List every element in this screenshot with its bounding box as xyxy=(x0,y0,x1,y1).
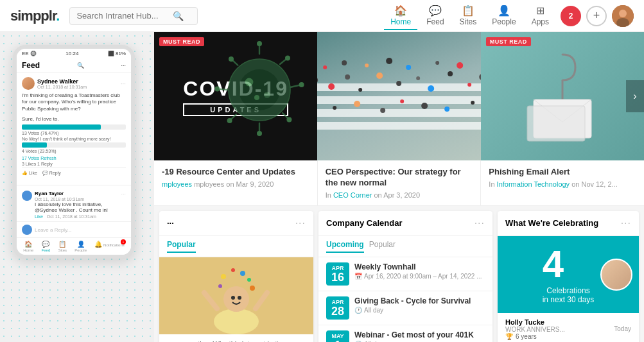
svg-point-34 xyxy=(416,76,420,80)
phone-feed-title: Feed xyxy=(22,61,40,70)
main-content: EE 🔘 10:24 ⬛ 81% Feed 🔍 ··· Sydnee Walke… xyxy=(0,32,644,342)
phone-like-action[interactable]: 👍 Like xyxy=(22,171,37,176)
poll-bar-2-bg xyxy=(22,142,126,148)
svg-rect-25 xyxy=(317,109,480,117)
phone-comment-actions: Like Oct 11, 2018 at 10:31am xyxy=(35,214,126,219)
phone-nav-feed[interactable]: 💬 Feed xyxy=(42,241,51,252)
svg-point-50 xyxy=(400,99,404,103)
hero-caption-1[interactable]: -19 Resource Center and Updates mployees… xyxy=(154,160,318,205)
phone-people-icon: 👤 xyxy=(77,241,85,248)
calendar-event-2[interactable]: APR 28 Giving Back - Cycle for Survival … xyxy=(318,291,492,325)
app-header: simpplr. 🔍 🏠 Home 💬 Feed 📋 Sites 👤 Peopl… xyxy=(0,0,644,32)
perspective-menu[interactable]: ··· xyxy=(295,218,306,229)
event-badge-2: APR 28 xyxy=(326,296,349,320)
hero-caption-2[interactable]: CEO Perspective: Our strategy for the ne… xyxy=(318,160,482,205)
phone-comment-like[interactable]: Like xyxy=(35,214,43,219)
phone-post-1: Sydnee Walker Oct 11, 2018 at 10:31am ··… xyxy=(17,73,131,182)
event-meta-2: 🕐 All day xyxy=(354,307,485,314)
phone-post-author-info: Sydnee Walker Oct 11, 2018 at 10:31am xyxy=(37,78,87,89)
event-meta-1: 📅 Apr 16, 2020 at 9:00am – Apr 14, 2022 … xyxy=(354,273,485,280)
calendar-event-1[interactable]: APR 16 Weekly Townhall 📅 Apr 16, 2020 at… xyxy=(318,257,492,291)
calendar-title: Company Calendar xyxy=(326,218,402,228)
phone-mockup: EE 🔘 10:24 ⬛ 81% Feed 🔍 ··· Sydnee Walke… xyxy=(13,45,135,259)
svg-point-30 xyxy=(345,74,350,80)
celebrating-label: Celebrationsin next 30 days xyxy=(543,286,595,304)
hero-slide-ceo[interactable] xyxy=(317,32,480,160)
search-input[interactable] xyxy=(76,11,173,21)
nav-people[interactable]: 👤 People xyxy=(485,2,522,30)
crowd-svg xyxy=(317,32,480,160)
caption-3-category[interactable]: Information Technology xyxy=(497,180,570,188)
event-title-2: Giving Back - Cycle for Survival xyxy=(354,296,485,305)
poll-text-2: No Way! I can't think of anything more s… xyxy=(22,137,126,141)
hero-slide-covid[interactable]: MUST READ COVID-19 UPDATES xyxy=(154,32,317,160)
phone-search-icon[interactable]: 🔍 xyxy=(77,62,84,69)
svg-point-39 xyxy=(323,65,327,69)
phone-signal: EE 🔘 xyxy=(22,51,37,56)
nav-home[interactable]: 🏠 Home xyxy=(384,2,417,30)
svg-point-22 xyxy=(265,92,271,98)
poll-likes: 3 Likes 1 Reply xyxy=(22,162,126,166)
caption-1-link[interactable]: mployees xyxy=(162,180,192,188)
home-icon: 🏠 xyxy=(394,4,407,17)
svg-point-69 xyxy=(250,286,255,291)
sites-icon: 📋 xyxy=(462,4,474,17)
perspective-image xyxy=(159,257,313,334)
phone-bottom-nav: 🏠 Home 💬 Feed 📋 Sites 👤 People 🔔 xyxy=(17,237,131,255)
event-details-1: Weekly Townhall 📅 Apr 16, 2020 at 9:00am… xyxy=(354,262,485,280)
add-button[interactable]: + xyxy=(586,6,607,26)
poll-votes-info[interactable]: 17 Votes Refresh xyxy=(22,156,126,160)
phone-post-avatar xyxy=(22,77,35,90)
caption-2-category[interactable]: CEO Corner xyxy=(333,191,372,199)
svg-point-20 xyxy=(229,56,234,62)
perspective-tab-popular[interactable]: Popular xyxy=(167,240,196,253)
phone-comment-menu[interactable]: ··· xyxy=(121,191,126,197)
svg-point-35 xyxy=(428,85,434,92)
celebrating-card: What We're Celebrating ··· 4 Celebration… xyxy=(498,211,639,342)
hero-caption-3[interactable]: Phishing Email Alert In Information Tech… xyxy=(481,160,644,205)
svg-point-68 xyxy=(218,284,222,288)
nav-apps[interactable]: ⊞ Apps xyxy=(525,2,555,30)
perspective-tabs: Popular xyxy=(159,236,313,257)
phone-nav-sites[interactable]: 📋 Sites xyxy=(58,241,67,252)
svg-point-43 xyxy=(406,65,411,70)
svg-point-65 xyxy=(231,268,235,272)
calendar-event-3[interactable]: MAY 1 Webinar - Get most of your 401K 🕐 … xyxy=(318,325,492,342)
phone-notif-icon: 🔔 xyxy=(94,241,102,248)
person-subtitle: WORK ANNIVERS... xyxy=(505,326,565,333)
hero-captions: -19 Resource Center and Updates mployees… xyxy=(154,160,644,206)
celebrating-menu[interactable]: ··· xyxy=(621,218,631,229)
calendar-card: Company Calendar ··· Upcoming Popular AP… xyxy=(318,211,492,342)
svg-point-23 xyxy=(254,95,259,100)
svg-point-16 xyxy=(287,117,292,122)
svg-rect-24 xyxy=(317,122,480,130)
carousel-next-button[interactable]: › xyxy=(626,80,644,112)
people-icon: 👤 xyxy=(498,4,510,17)
phone-reply-action[interactable]: 💬 Reply xyxy=(42,171,61,176)
phone-post-reply-text: Sure, I'd love to. xyxy=(22,116,126,122)
phone-nav-notifications[interactable]: 🔔 1 Notifications xyxy=(94,241,124,252)
phone-poll: 13 Votes (76.47%) No Way! I can't think … xyxy=(22,124,126,153)
phishing-graphic xyxy=(524,48,601,144)
user-avatar[interactable] xyxy=(612,5,634,27)
svg-point-60 xyxy=(214,309,259,334)
logo[interactable]: simpplr. xyxy=(10,8,59,24)
phone-nav-home[interactable]: 🏠 Home xyxy=(23,241,33,252)
search-bar[interactable]: 🔍 xyxy=(69,7,198,25)
svg-point-41 xyxy=(365,64,369,67)
nav-feed[interactable]: 💬 Feed xyxy=(420,2,450,30)
nav-sites[interactable]: 📋 Sites xyxy=(453,2,483,30)
phone-leave-reply[interactable]: Leave a Reply... xyxy=(17,221,131,237)
phone-comment-avatar xyxy=(22,191,32,201)
phone-post-menu[interactable]: ··· xyxy=(121,80,126,87)
svg-point-19 xyxy=(215,86,220,91)
calendar-menu[interactable]: ··· xyxy=(474,218,485,229)
calendar-tab-popular[interactable]: Popular xyxy=(369,240,396,253)
phone-status-bar: EE 🔘 10:24 ⬛ 81% xyxy=(17,49,131,58)
phone-battery: ⬛ 81% xyxy=(108,51,126,56)
calendar-tab-upcoming[interactable]: Upcoming xyxy=(326,240,364,253)
phone-nav-people[interactable]: 👤 People xyxy=(74,241,87,252)
caption-3-meta: In Information Technology on Nov 12, 2..… xyxy=(489,180,636,188)
notification-badge[interactable]: 2 xyxy=(561,6,581,26)
hero-slide-phishing[interactable]: MUST READ › xyxy=(481,32,644,160)
